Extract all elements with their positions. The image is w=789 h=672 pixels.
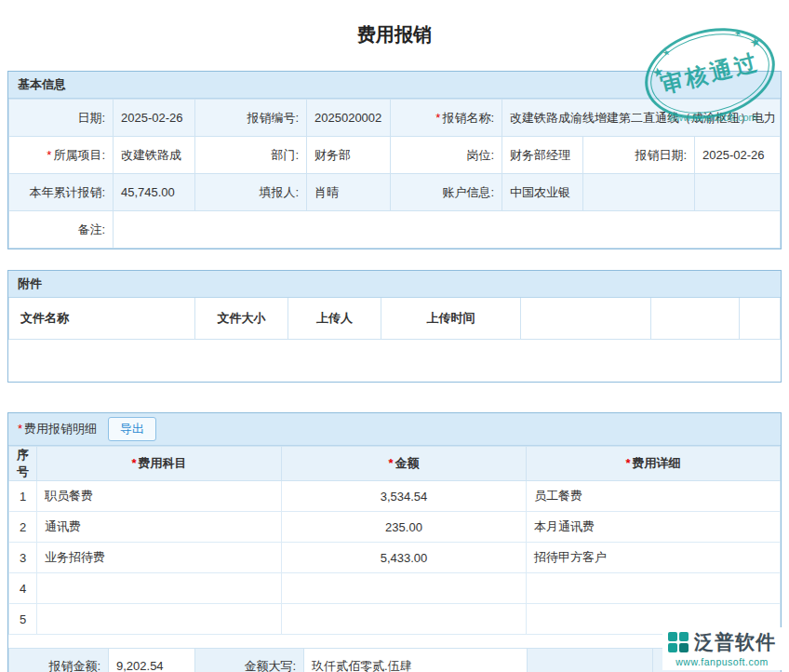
required-mark: *: [131, 456, 136, 470]
empty-value-cell: [695, 174, 781, 211]
reimburse-no-value: 2025020002: [307, 100, 391, 137]
required-mark: *: [435, 111, 440, 125]
file-name-header: 文件名称: [9, 298, 195, 339]
empty-header-cell: [521, 298, 651, 339]
required-mark: *: [625, 456, 630, 470]
attachments-empty-cell: [9, 339, 781, 382]
row-seq: 3: [9, 543, 37, 573]
empty-total-cell: [528, 649, 653, 672]
department-value: 财务部: [307, 137, 391, 174]
row-seq: 5: [9, 604, 37, 635]
report-date-value: 2025-02-26: [695, 137, 781, 174]
row-amount: 3,534.54: [282, 481, 527, 512]
basic-info-row: 本年累计报销: 45,745.00 填报人: 肖晴 账户信息: 中国农业银: [9, 174, 781, 211]
project-label: *所属项目:: [9, 137, 114, 174]
vendor-logo-name: 泛普软件: [694, 629, 776, 655]
expense-detail-bar: *费用报销明细 导出: [8, 413, 781, 446]
attachments-table: 文件名称 文件大小 上传人 上传时间: [8, 298, 781, 382]
vendor-logo-url: www.fanpusoft.com: [668, 656, 776, 667]
export-button[interactable]: 导出: [108, 417, 156, 441]
basic-info-row: 备注:: [9, 211, 781, 249]
file-size-header: 文件大小: [195, 298, 288, 339]
vendor-logo: 泛普软件 www.fanpusoft.com: [662, 627, 782, 670]
reimburse-name-label: *报销名称:: [391, 100, 502, 137]
expense-row: 2 通讯费 235.00 本月通讯费: [9, 512, 781, 543]
row-amount: [282, 604, 527, 635]
upload-time-header: 上传时间: [381, 298, 521, 339]
annual-total-label: 本年累计报销:: [9, 174, 114, 211]
required-mark: *: [18, 422, 22, 436]
row-detail: 招待甲方客户: [527, 543, 781, 573]
row-subject: 业务招待费: [37, 543, 282, 573]
remark-value: [114, 211, 781, 249]
expense-detail-title: *费用报销明细: [18, 421, 97, 437]
approval-stamp: ★ ★ ★ ★ 审核通过 www.fanpusoft.com: [644, 30, 782, 119]
stamp-watermark: www.fanpusoft.com: [644, 112, 782, 123]
row-amount: [282, 573, 527, 604]
total-amount-value: 9,202.54: [109, 649, 195, 672]
row-seq: 2: [9, 512, 37, 543]
amount-in-words-label: 金额大写:: [195, 649, 304, 672]
account-label: 账户信息:: [391, 174, 502, 211]
expense-detail-table: 序号 *费用科目 *金额 *费用详细 1 职员餐费 3,534.54 员工餐费 …: [8, 446, 781, 635]
amount-header: *金额: [282, 447, 527, 481]
report-date-label: 报销日期:: [583, 137, 695, 174]
total-amount-label: 报销金额:: [9, 649, 109, 672]
required-mark: *: [47, 148, 51, 162]
expense-detail-header-row: 序号 *费用科目 *金额 *费用详细: [9, 447, 781, 481]
filler-value: 肖晴: [307, 174, 391, 211]
empty-header-cell: [651, 298, 740, 339]
row-amount: 235.00: [282, 512, 527, 543]
row-seq: 4: [9, 573, 37, 604]
row-detail: [527, 573, 781, 604]
post-value: 财务部经理: [502, 137, 583, 174]
account-value: 中国农业银: [502, 174, 583, 211]
expense-row: 3 业务招待费 5,433.00 招待甲方客户: [9, 543, 781, 573]
row-subject: [37, 573, 282, 604]
expense-row: 4: [9, 573, 781, 604]
date-value: 2025-02-26: [114, 100, 195, 137]
department-label: 部门:: [195, 137, 307, 174]
star-icon: ★: [650, 64, 665, 80]
attachments-empty-row: [9, 339, 781, 382]
detail-header: *费用详细: [527, 447, 781, 481]
star-icon: ★: [748, 34, 763, 50]
post-label: 岗位:: [391, 137, 502, 174]
filler-label: 填报人:: [195, 174, 307, 211]
row-detail: 本月通讯费: [527, 512, 781, 543]
date-label: 日期:: [9, 100, 114, 137]
reimburse-no-label: 报销编号:: [195, 100, 307, 137]
row-seq: 1: [9, 481, 37, 512]
subject-header: *费用科目: [37, 447, 282, 481]
basic-info-row: *所属项目: 改建铁路成 部门: 财务部 岗位: 财务部经理 报销日期: 202…: [9, 137, 781, 174]
empty-header-cell: [740, 298, 781, 339]
row-detail: 员工餐费: [527, 481, 781, 512]
approval-stamp-text: 审核通过: [658, 47, 763, 100]
attachments-header: 附件: [8, 271, 781, 298]
expense-row: 1 职员餐费 3,534.54 员工餐费: [9, 481, 781, 512]
row-subject: 通讯费: [37, 512, 282, 543]
attachments-header-row: 文件名称 文件大小 上传人 上传时间: [9, 298, 781, 339]
attachments-section: 附件 文件名称 文件大小 上传人 上传时间: [7, 270, 782, 383]
row-subject: [37, 604, 282, 635]
project-value: 改建铁路成: [114, 137, 195, 174]
vendor-logo-icon: [668, 632, 689, 652]
amount-in-words-value: 玖仟贰佰零贰.伍肆: [304, 649, 528, 672]
uploader-header: 上传人: [288, 298, 381, 339]
star-icon: ★: [733, 29, 742, 39]
empty-label-cell: [583, 174, 695, 211]
required-mark: *: [388, 456, 393, 470]
remark-label: 备注:: [9, 211, 114, 249]
annual-total-value: 45,745.00: [114, 174, 195, 211]
star-icon: ★: [662, 48, 671, 59]
row-subject: 职员餐费: [37, 481, 282, 512]
row-amount: 5,433.00: [282, 543, 527, 573]
seq-header: 序号: [9, 447, 37, 481]
